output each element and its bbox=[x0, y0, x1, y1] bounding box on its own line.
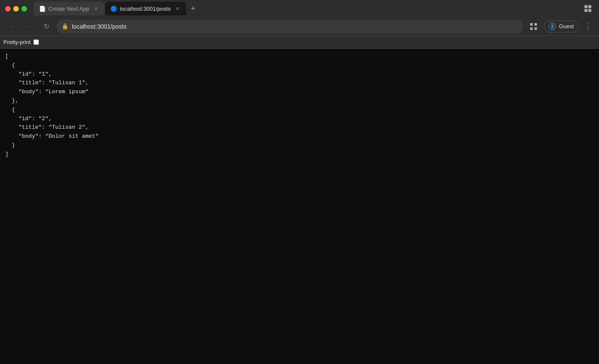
pretty-print-label: Pretty-print bbox=[3, 39, 31, 45]
tab-expand-icon bbox=[584, 4, 592, 13]
reload-icon: ↻ bbox=[44, 22, 49, 30]
grid-icon-button[interactable] bbox=[527, 20, 540, 33]
tab-close-localhost[interactable]: ✕ bbox=[174, 5, 181, 12]
title-bar: 📄 Create Next App ✕ 🔵 localhost:3001/pos… bbox=[0, 0, 599, 17]
reload-button[interactable]: ↻ bbox=[39, 20, 53, 33]
window-controls bbox=[5, 6, 27, 12]
profile-button[interactable]: 👤 Guest bbox=[544, 21, 578, 33]
tab-label-create-next: Create Next App bbox=[48, 6, 89, 12]
json-output: [ { "id": "1", "title": "Tulisan 1", "bo… bbox=[0, 49, 599, 364]
tab-close-create-next[interactable]: ✕ bbox=[92, 5, 99, 12]
svg-rect-4 bbox=[530, 23, 533, 26]
svg-rect-1 bbox=[588, 5, 591, 8]
nav-right-controls: 👤 Guest ⋮ bbox=[527, 20, 594, 33]
apps-icon bbox=[529, 22, 538, 31]
lock-icon: 🔒 bbox=[62, 23, 68, 30]
tab-label-localhost: localhost:3001/posts bbox=[120, 6, 171, 12]
minimize-button[interactable] bbox=[13, 6, 19, 12]
tabs-area: 📄 Create Next App ✕ 🔵 localhost:3001/pos… bbox=[34, 2, 594, 15]
profile-avatar: 👤 bbox=[549, 23, 556, 30]
back-icon: ← bbox=[9, 23, 15, 30]
svg-rect-6 bbox=[530, 27, 533, 30]
new-tab-button[interactable]: + bbox=[187, 3, 199, 15]
maximize-button[interactable] bbox=[21, 6, 27, 12]
svg-rect-3 bbox=[588, 9, 591, 12]
forward-button[interactable]: → bbox=[22, 20, 36, 33]
address-input[interactable] bbox=[72, 23, 518, 30]
tab-create-next-app[interactable]: 📄 Create Next App ✕ bbox=[34, 2, 104, 15]
tab-favicon-create-next: 📄 bbox=[39, 6, 45, 12]
tab-expand-button[interactable] bbox=[582, 3, 594, 15]
more-icon: ⋮ bbox=[584, 22, 592, 31]
pretty-print-checkbox[interactable] bbox=[33, 39, 39, 45]
forward-icon: → bbox=[26, 23, 33, 30]
address-bar-container[interactable]: 🔒 bbox=[56, 20, 523, 33]
svg-rect-0 bbox=[584, 5, 587, 8]
svg-rect-5 bbox=[534, 23, 537, 26]
tab-favicon-localhost: 🔵 bbox=[110, 6, 116, 12]
more-options-button[interactable]: ⋮ bbox=[582, 21, 594, 33]
svg-rect-7 bbox=[534, 27, 537, 30]
profile-label: Guest bbox=[559, 23, 574, 30]
pretty-print-bar: Pretty-print bbox=[0, 36, 599, 49]
close-button[interactable] bbox=[5, 6, 11, 12]
back-button[interactable]: ← bbox=[5, 20, 19, 33]
svg-rect-2 bbox=[584, 9, 587, 12]
tab-localhost-posts[interactable]: 🔵 localhost:3001/posts ✕ bbox=[105, 2, 186, 15]
nav-bar: ← → ↻ 🔒 👤 Guest ⋮ bbox=[0, 17, 599, 36]
